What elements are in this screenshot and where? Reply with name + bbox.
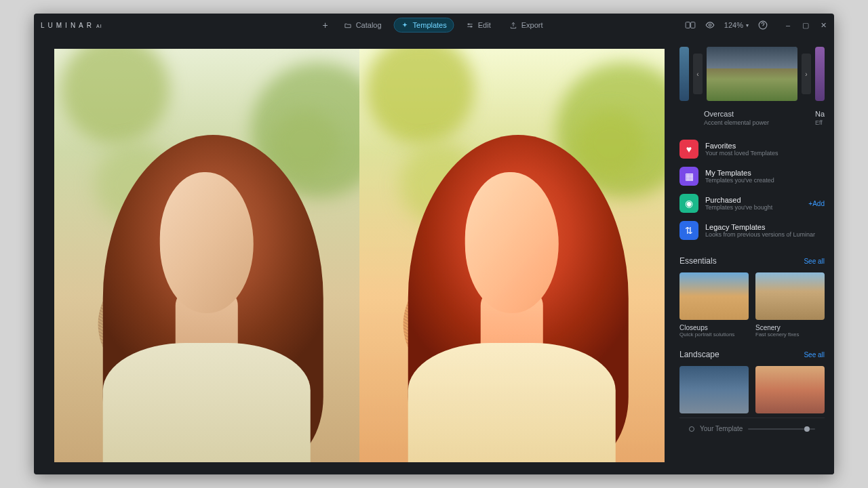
lib-subtitle: Looks from previous versions of Luminar xyxy=(705,231,825,238)
carousel-next-subtitle: Eff xyxy=(815,119,825,126)
zoom-value: 124% xyxy=(724,21,743,29)
thumbnail-image xyxy=(679,366,749,413)
carousel-prev-button[interactable]: ‹ xyxy=(693,54,703,94)
chevron-down-icon: ▾ xyxy=(746,22,749,28)
edit-tab[interactable]: Edit xyxy=(460,18,498,32)
thumbnail-image xyxy=(755,272,825,320)
zoom-control[interactable]: 124% ▾ xyxy=(724,21,749,29)
library-my-templates[interactable]: ▦ My Templates Templates you've created xyxy=(679,163,825,190)
template-closeups[interactable]: Closeups Quick portrait solutions xyxy=(679,272,749,338)
export-label: Export xyxy=(521,21,543,29)
section-landscape: Landscape See all xyxy=(679,350,825,418)
thumbnail-image xyxy=(755,366,825,413)
eye-icon[interactable] xyxy=(705,20,715,30)
app-name-suffix: AI xyxy=(96,24,102,28)
minimize-button[interactable]: – xyxy=(784,21,792,29)
svg-rect-3 xyxy=(690,22,694,28)
thumb-title: Scenery xyxy=(755,324,825,331)
carousel-text: Overcast Accent elemental power Na Eff xyxy=(679,110,825,126)
library-favorites[interactable]: ♥ Favorites Your most loved Templates xyxy=(679,136,825,163)
edit-label: Edit xyxy=(478,21,491,29)
main-area: ‹ › Overcast Accent elemental power Na E… xyxy=(34,37,834,474)
see-all-link[interactable]: See all xyxy=(804,258,825,265)
template-scenery[interactable]: Scenery Fast scenery fixes xyxy=(755,272,825,338)
canvas[interactable] xyxy=(34,37,677,474)
sliders-icon xyxy=(467,22,474,29)
app-name-text: LUMINAR xyxy=(41,22,95,29)
template-landscape-1[interactable] xyxy=(679,366,749,418)
export-icon xyxy=(510,22,517,29)
intensity-slider[interactable] xyxy=(748,428,815,430)
sparkle-icon xyxy=(401,22,409,29)
lib-title: Purchased xyxy=(705,196,802,204)
compare-icon[interactable] xyxy=(685,22,696,28)
sidebar-footer: Your Template xyxy=(679,418,825,439)
photo-before xyxy=(54,49,359,462)
toolbar-center: + Catalog Templates Edit Export xyxy=(318,17,549,33)
svg-rect-2 xyxy=(686,22,690,28)
carousel-prev-peek[interactable] xyxy=(679,47,689,101)
maximize-button[interactable]: ▢ xyxy=(802,21,810,29)
carousel-title: Overcast xyxy=(704,110,810,118)
help-icon[interactable] xyxy=(758,20,768,30)
add-link[interactable]: +Add xyxy=(808,200,825,207)
plus-icon[interactable]: + xyxy=(318,17,332,33)
templates-tab[interactable]: Templates xyxy=(394,18,454,33)
export-tab[interactable]: Export xyxy=(503,18,550,32)
your-template-label: Your Template xyxy=(700,425,743,432)
lib-subtitle: Templates you've created xyxy=(705,177,825,184)
titlebar: LUMINAR AI + Catalog Templates Edit Expo… xyxy=(34,14,834,37)
carousel-main-item[interactable] xyxy=(707,47,797,101)
lib-subtitle: Your most loved Templates xyxy=(705,150,825,157)
carousel-next-button[interactable]: › xyxy=(802,54,811,94)
see-all-link[interactable]: See all xyxy=(804,351,825,359)
tag-icon: ◉ xyxy=(679,194,698,213)
library-purchased[interactable]: ◉ Purchased Templates you've bought +Add xyxy=(679,190,825,217)
photo-after xyxy=(359,49,665,462)
app-name: LUMINAR AI xyxy=(41,22,102,29)
template-landscape-2[interactable] xyxy=(755,366,825,418)
section-title: Landscape xyxy=(679,350,719,359)
folder-icon xyxy=(344,22,352,29)
carousel-subtitle: Accent elemental power xyxy=(704,119,810,126)
lib-title: My Templates xyxy=(705,169,825,177)
template-carousel: ‹ › xyxy=(679,43,825,104)
grid-icon: ▦ xyxy=(679,167,698,186)
lib-subtitle: Templates you've bought xyxy=(705,204,802,211)
toolbar-right: 124% ▾ – ▢ ✕ xyxy=(685,20,827,30)
heart-icon: ♥ xyxy=(679,140,698,159)
thumb-subtitle: Quick portrait solutions xyxy=(679,331,749,338)
template-indicator-icon xyxy=(689,426,694,432)
catalog-label: Catalog xyxy=(356,21,382,29)
thumbnail-image xyxy=(679,272,749,320)
svg-point-4 xyxy=(709,24,711,26)
catalog-tab[interactable]: Catalog xyxy=(338,18,389,32)
sidebar: ‹ › Overcast Accent elemental power Na E… xyxy=(677,37,834,474)
carousel-next-peek[interactable] xyxy=(815,47,825,101)
lib-title: Legacy Templates xyxy=(705,223,825,231)
section-title: Essentials xyxy=(679,256,717,266)
thumb-title: Closeups xyxy=(679,324,749,331)
app-window: LUMINAR AI + Catalog Templates Edit Expo… xyxy=(34,14,834,474)
thumb-subtitle: Fast scenery fixes xyxy=(755,331,825,338)
arrows-icon: ⇅ xyxy=(679,221,698,240)
lib-title: Favorites xyxy=(705,142,825,150)
templates-label: Templates xyxy=(413,21,447,29)
window-controls: – ▢ ✕ xyxy=(784,21,827,29)
library-legacy[interactable]: ⇅ Legacy Templates Looks from previous v… xyxy=(679,217,825,244)
carousel-next-title: Na xyxy=(815,110,825,118)
section-essentials: Essentials See all Closeups Quick portra… xyxy=(679,256,825,338)
close-button[interactable]: ✕ xyxy=(819,21,827,29)
